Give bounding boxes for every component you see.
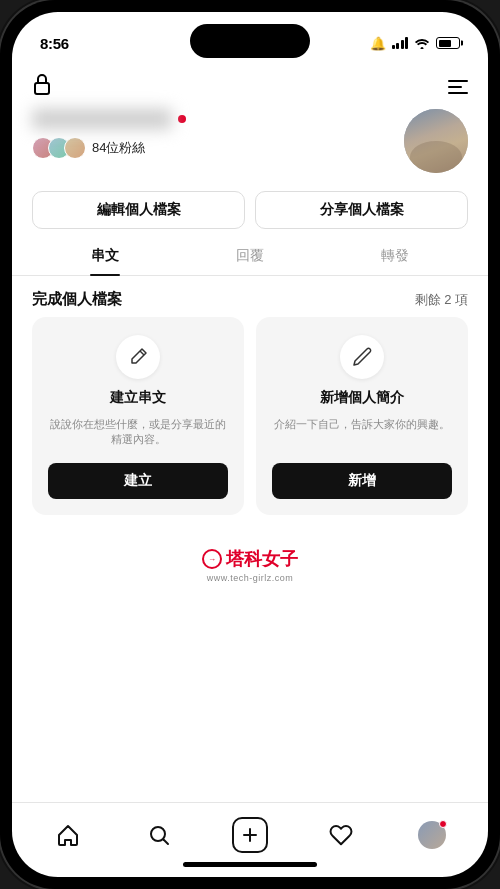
create-thread-title: 建立串文 bbox=[110, 389, 166, 407]
svg-rect-0 bbox=[35, 83, 49, 94]
watermark-circle-icon bbox=[202, 549, 222, 569]
complete-profile-title: 完成個人檔案 bbox=[32, 290, 122, 309]
nav-search[interactable] bbox=[137, 813, 181, 857]
watermark-url: www.tech-girlz.com bbox=[207, 573, 294, 583]
status-icons: 🔔 bbox=[370, 36, 461, 51]
create-thread-button[interactable]: 建立 bbox=[48, 463, 228, 499]
phone-frame: 8:56 🔔 bbox=[0, 0, 500, 889]
watermark-logo: 塔科女子 bbox=[202, 547, 298, 571]
create-thread-desc: 說說你在想些什麼，或是分享最近的精選內容。 bbox=[48, 417, 228, 453]
add-bio-icon-circle bbox=[340, 335, 384, 379]
pencil-icon bbox=[352, 347, 372, 367]
create-icon bbox=[232, 817, 268, 853]
add-bio-title: 新增個人簡介 bbox=[320, 389, 404, 407]
notification-dot bbox=[178, 115, 186, 123]
search-icon bbox=[147, 823, 171, 847]
notification-icon: 🔔 bbox=[370, 36, 386, 51]
battery-icon bbox=[436, 37, 460, 49]
edit-profile-button[interactable]: 編輯個人檔案 bbox=[32, 191, 245, 229]
profile-buttons: 編輯個人檔案 分享個人檔案 bbox=[12, 183, 488, 237]
tabs-row: 串文 回覆 轉發 bbox=[12, 237, 488, 276]
dynamic-island bbox=[190, 24, 310, 58]
nav-avatar-dot bbox=[439, 820, 447, 828]
follower-avatars bbox=[32, 137, 86, 159]
edit-icon bbox=[128, 347, 148, 367]
followers-row: 84位粉絲 bbox=[32, 137, 186, 159]
create-thread-card: 建立串文 說說你在想些什麼，或是分享最近的精選內容。 建立 bbox=[32, 317, 244, 515]
complete-profile-header: 完成個人檔案 剩餘 2 項 bbox=[12, 276, 488, 317]
menu-icon[interactable] bbox=[448, 80, 468, 94]
nav-home[interactable] bbox=[46, 813, 90, 857]
watermark-name: 塔科女子 bbox=[226, 547, 298, 571]
wifi-icon bbox=[414, 37, 430, 49]
nav-profile[interactable] bbox=[410, 813, 454, 857]
add-bio-desc: 介紹一下自己，告訴大家你的興趣。 bbox=[274, 417, 450, 453]
home-indicator bbox=[183, 862, 317, 867]
profile-name-area bbox=[32, 109, 186, 129]
cards-row: 建立串文 說說你在想些什麼，或是分享最近的精選內容。 建立 新增個人簡介 介紹一… bbox=[12, 317, 488, 535]
nav-profile-avatar bbox=[418, 821, 446, 849]
lock-icon bbox=[32, 72, 52, 101]
top-nav bbox=[12, 64, 488, 105]
nav-create[interactable] bbox=[228, 813, 272, 857]
status-time: 8:56 bbox=[40, 35, 69, 52]
nav-activity[interactable] bbox=[319, 813, 363, 857]
tab-threads[interactable]: 串文 bbox=[32, 237, 177, 275]
home-icon bbox=[56, 823, 80, 847]
tab-reposts[interactable]: 轉發 bbox=[323, 237, 468, 275]
phone-screen: 8:56 🔔 bbox=[12, 12, 488, 877]
app-content: 84位粉絲 編輯個人檔案 分享個人檔案 串文 回覆 bbox=[12, 64, 488, 802]
remaining-count: 剩餘 2 項 bbox=[415, 291, 468, 309]
signal-bars-icon bbox=[392, 37, 409, 49]
profile-left: 84位粉絲 bbox=[32, 109, 186, 159]
follower-avatar bbox=[64, 137, 86, 159]
add-bio-card: 新增個人簡介 介紹一下自己，告訴大家你的興趣。 新增 bbox=[256, 317, 468, 515]
profile-name-blur bbox=[32, 109, 172, 129]
heart-icon bbox=[329, 823, 353, 847]
watermark: 塔科女子 www.tech-girlz.com bbox=[12, 535, 488, 591]
followers-count: 84位粉絲 bbox=[92, 139, 145, 157]
add-bio-button[interactable]: 新增 bbox=[272, 463, 452, 499]
share-profile-button[interactable]: 分享個人檔案 bbox=[255, 191, 468, 229]
profile-section: 84位粉絲 bbox=[12, 105, 488, 183]
tab-replies[interactable]: 回覆 bbox=[177, 237, 322, 275]
profile-avatar[interactable] bbox=[404, 109, 468, 173]
create-thread-icon-circle bbox=[116, 335, 160, 379]
